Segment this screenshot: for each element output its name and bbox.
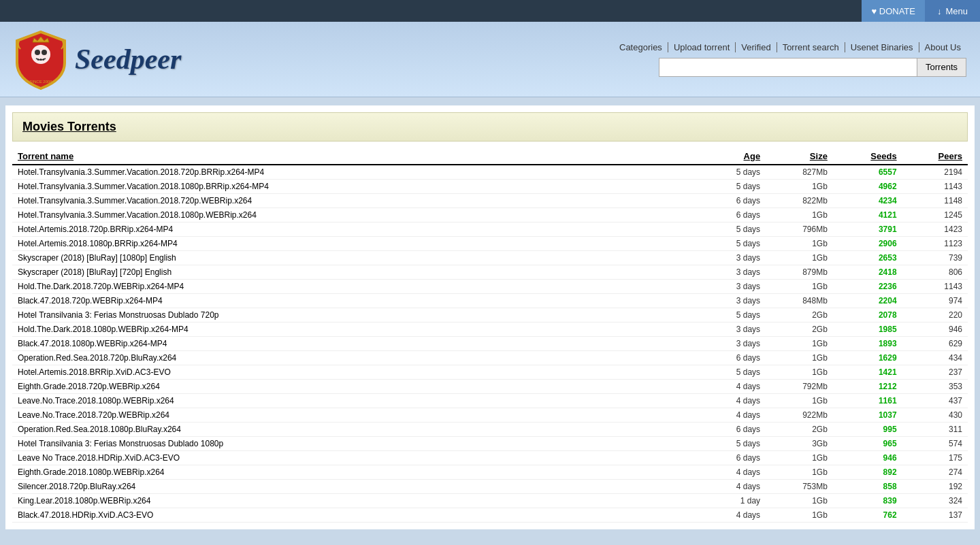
nav-upload[interactable]: Upload torrent: [668, 42, 736, 52]
torrent-seeds: 2204: [833, 294, 902, 308]
torrent-seeds: 946: [833, 451, 902, 465]
col-peers-link[interactable]: Peers: [938, 151, 962, 161]
torrent-name-link[interactable]: Hotel.Artemis.2018.1080p.BRRip.x264-MP4: [18, 239, 178, 248]
torrent-size: 1Gb: [766, 394, 833, 408]
torrent-name-link[interactable]: Hotel.Artemis.2018.BRRip.XviD.AC3-EVO: [18, 367, 171, 377]
torrent-seeds: 2418: [833, 265, 902, 280]
col-size-link[interactable]: Size: [810, 151, 828, 161]
torrent-seeds: 1629: [833, 351, 902, 365]
torrent-name-cell: Black.47.2018.1080p.WEBRip.x264-MP4: [12, 337, 700, 351]
col-seeds[interactable]: Seeds: [833, 148, 902, 165]
table-row: Silencer.2018.720p.BluRay.x2644 days753M…: [12, 480, 968, 494]
col-name[interactable]: Torrent name: [12, 148, 700, 165]
torrent-name-link[interactable]: Hotel.Artemis.2018.720p.BRRip.x264-MP4: [18, 225, 173, 234]
torrent-size: 796Mb: [766, 222, 833, 237]
torrent-name-cell: Hotel.Artemis.2018.BRRip.XviD.AC3-EVO: [12, 365, 700, 380]
table-row: Hotel Transilvania 3: Ferias Monstruosas…: [12, 308, 968, 323]
torrent-name-link[interactable]: Operation.Red.Sea.2018.1080p.BluRay.x264: [18, 425, 181, 434]
torrent-seeds: 1985: [833, 323, 902, 337]
nav-about[interactable]: About Us: [919, 42, 966, 52]
nav-torrent-search[interactable]: Torrent search: [777, 42, 845, 52]
torrent-peers: 192: [902, 480, 968, 494]
torrent-size: 822Mb: [766, 194, 833, 208]
table-row: Hotel.Transylvania.3.Summer.Vacation.201…: [12, 194, 968, 208]
torrent-seeds: 2906: [833, 237, 902, 251]
torrent-name-link[interactable]: Hotel Transilvania 3: Ferias Monstruosas…: [18, 439, 223, 448]
table-row: Hotel Transilvania 3: Ferias Monstruosas…: [12, 437, 968, 451]
torrent-name-link[interactable]: Skyscraper (2018) [BluRay] [1080p] Engli…: [18, 253, 176, 263]
torrent-seeds: 1037: [833, 408, 902, 423]
table-row: Black.47.2018.1080p.WEBRip.x264-MP43 day…: [12, 337, 968, 351]
table-row: Operation.Red.Sea.2018.1080p.BluRay.x264…: [12, 423, 968, 437]
torrent-size: 1Gb: [766, 251, 833, 265]
col-age-link[interactable]: Age: [744, 151, 761, 161]
col-age[interactable]: Age: [700, 148, 766, 165]
torrent-name-cell: Hold.The.Dark.2018.720p.WEBRip.x264-MP4: [12, 280, 700, 294]
search-button[interactable]: Torrents: [917, 58, 966, 77]
torrent-seeds: 858: [833, 480, 902, 494]
torrent-name-cell: Hotel.Transylvania.3.Summer.Vacation.201…: [12, 165, 700, 180]
torrent-name-link[interactable]: Leave.No.Trace.2018.1080p.WEBRip.x264: [18, 396, 174, 406]
torrent-name-link[interactable]: Hotel.Transylvania.3.Summer.Vacation.201…: [18, 196, 252, 205]
torrent-name-link[interactable]: Black.47.2018.HDRip.XviD.AC3-EVO: [18, 510, 153, 520]
torrent-peers: 1148: [902, 194, 968, 208]
table-row: Hotel.Artemis.2018.BRRip.XviD.AC3-EVO5 d…: [12, 365, 968, 380]
torrent-name-cell: Hotel.Artemis.2018.1080p.BRRip.x264-MP4: [12, 237, 700, 251]
torrent-peers: 629: [902, 337, 968, 351]
torrent-age: 5 days: [700, 365, 766, 380]
torrent-peers: 324: [902, 494, 968, 508]
torrent-name-link[interactable]: Hotel.Transylvania.3.Summer.Vacation.201…: [18, 210, 257, 220]
col-size[interactable]: Size: [766, 148, 833, 165]
torrent-size: 922Mb: [766, 408, 833, 423]
torrent-age: 4 days: [700, 465, 766, 480]
col-peers[interactable]: Peers: [902, 148, 968, 165]
torrent-name-link[interactable]: Hotel.Transylvania.3.Summer.Vacation.201…: [18, 182, 269, 191]
torrent-name-link[interactable]: Skyscraper (2018) [BluRay] [720p] Englis…: [18, 267, 172, 277]
donate-button[interactable]: ♥ DONATE: [862, 0, 925, 22]
torrent-name-link[interactable]: Hold.The.Dark.2018.1080p.WEBRip.x264-MP4: [18, 325, 189, 334]
torrent-name-link[interactable]: Hotel Transilvania 3: Ferias Monstruosas…: [18, 310, 219, 320]
nav-links: Categories Upload torrent Verified Torre…: [614, 42, 966, 52]
torrent-peers: 1123: [902, 237, 968, 251]
torrent-size: 1Gb: [766, 351, 833, 365]
table-row: Hold.The.Dark.2018.720p.WEBRip.x264-MP43…: [12, 280, 968, 294]
torrent-name-cell: Silencer.2018.720p.BluRay.x264: [12, 480, 700, 494]
torrent-name-link[interactable]: Silencer.2018.720p.BluRay.x264: [18, 482, 135, 491]
torrent-name-link[interactable]: Leave.No.Trace.2018.720p.WEBRip.x264: [18, 410, 169, 420]
nav-usenet[interactable]: Usenet Binaries: [845, 42, 919, 52]
torrent-peers: 1143: [902, 180, 968, 194]
table-row: Skyscraper (2018) [BluRay] [720p] Englis…: [12, 265, 968, 280]
torrent-size: 1Gb: [766, 494, 833, 508]
torrent-name-link[interactable]: Black.47.2018.1080p.WEBRip.x264-MP4: [18, 339, 167, 348]
torrent-size: 1Gb: [766, 465, 833, 480]
col-seeds-link[interactable]: Seeds: [870, 151, 896, 161]
torrent-seeds: 1212: [833, 380, 902, 394]
table-row: Hotel.Artemis.2018.1080p.BRRip.x264-MP45…: [12, 237, 968, 251]
torrent-peers: 430: [902, 408, 968, 423]
torrent-peers: 175: [902, 451, 968, 465]
table-row: Hotel.Transylvania.3.Summer.Vacation.201…: [12, 165, 968, 180]
torrent-name-link[interactable]: Leave No Trace.2018.HDRip.XviD.AC3-EVO: [18, 453, 180, 463]
torrent-name-link[interactable]: Eighth.Grade.2018.1080p.WEBRip.x264: [18, 467, 164, 477]
torrent-name-link[interactable]: King.Lear.2018.1080p.WEBRip.x264: [18, 496, 150, 506]
torrent-name-link[interactable]: Black.47.2018.720p.WEBRip.x264-MP4: [18, 296, 163, 305]
torrent-name-cell: Leave.No.Trace.2018.1080p.WEBRip.x264: [12, 394, 700, 408]
torrent-name-cell: Hold.The.Dark.2018.1080p.WEBRip.x264-MP4: [12, 323, 700, 337]
table-row: Hold.The.Dark.2018.1080p.WEBRip.x264-MP4…: [12, 323, 968, 337]
page-title-bar: Movies Torrents: [12, 112, 968, 142]
torrent-name-link[interactable]: Hold.The.Dark.2018.720p.WEBRip.x264-MP4: [18, 282, 184, 291]
torrent-name-link[interactable]: Operation.Red.Sea.2018.720p.BluRay.x264: [18, 353, 176, 363]
nav-categories[interactable]: Categories: [614, 42, 668, 52]
torrent-name-link[interactable]: Hotel.Transylvania.3.Summer.Vacation.201…: [18, 167, 264, 177]
torrent-name-link[interactable]: Eighth.Grade.2018.720p.WEBRip.x264: [18, 382, 160, 391]
search-input[interactable]: [659, 58, 917, 77]
col-name-link[interactable]: Torrent name: [18, 151, 74, 161]
torrent-name-cell: Skyscraper (2018) [BluRay] [720p] Englis…: [12, 265, 700, 280]
torrent-peers: 311: [902, 423, 968, 437]
main-content: Movies Torrents Torrent name Age Size Se…: [5, 105, 975, 529]
menu-button[interactable]: ↓ Menu: [925, 0, 980, 22]
torrent-seeds: 6557: [833, 165, 902, 180]
torrent-peers: 353: [902, 380, 968, 394]
nav-verified[interactable]: Verified: [736, 42, 777, 52]
torrent-seeds: 2078: [833, 308, 902, 323]
